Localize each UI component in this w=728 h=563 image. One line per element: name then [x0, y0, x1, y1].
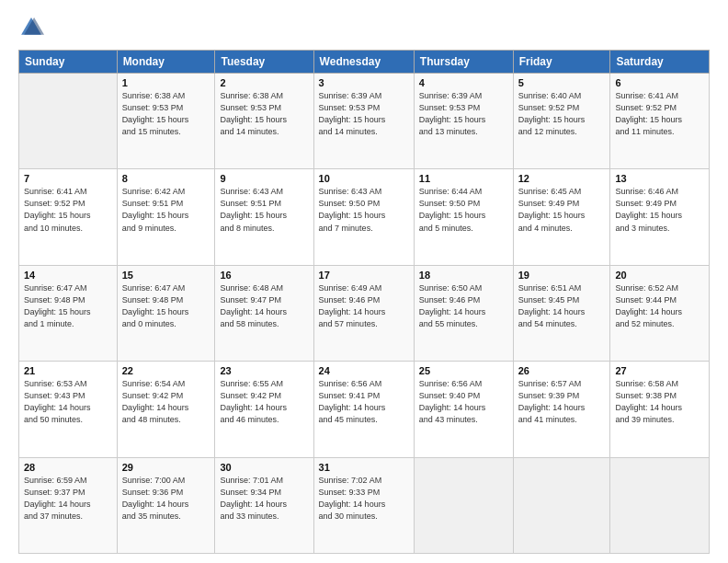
- day-detail: Sunrise: 6:55 AMSunset: 9:42 PMDaylight:…: [220, 378, 308, 426]
- day-cell: [19, 74, 118, 169]
- day-number: 16: [220, 270, 308, 281]
- day-detail: Sunrise: 6:43 AMSunset: 9:51 PMDaylight:…: [220, 186, 308, 234]
- day-number: 4: [419, 77, 508, 88]
- day-cell: [513, 457, 610, 553]
- day-cell: 7Sunrise: 6:41 AMSunset: 9:52 PMDaylight…: [19, 169, 118, 265]
- col-header-sunday: Sunday: [19, 51, 118, 74]
- day-cell: 17Sunrise: 6:49 AMSunset: 9:46 PMDayligh…: [313, 265, 414, 361]
- day-cell: 16Sunrise: 6:48 AMSunset: 9:47 PMDayligh…: [215, 265, 313, 361]
- day-cell: 3Sunrise: 6:39 AMSunset: 9:53 PMDaylight…: [313, 74, 414, 169]
- day-detail: Sunrise: 6:42 AMSunset: 9:51 PMDaylight:…: [122, 186, 210, 234]
- day-cell: 9Sunrise: 6:43 AMSunset: 9:51 PMDaylight…: [215, 169, 313, 265]
- day-detail: Sunrise: 6:53 AMSunset: 9:43 PMDaylight:…: [24, 378, 112, 426]
- day-number: 15: [122, 270, 210, 281]
- day-cell: 18Sunrise: 6:50 AMSunset: 9:46 PMDayligh…: [414, 265, 513, 361]
- day-cell: 13Sunrise: 6:46 AMSunset: 9:49 PMDayligh…: [610, 169, 710, 265]
- day-detail: Sunrise: 6:41 AMSunset: 9:52 PMDaylight:…: [615, 90, 704, 138]
- col-header-monday: Monday: [117, 51, 215, 74]
- logo: [18, 15, 48, 40]
- day-number: 6: [615, 77, 704, 88]
- day-detail: Sunrise: 6:54 AMSunset: 9:42 PMDaylight:…: [122, 378, 210, 426]
- day-cell: 24Sunrise: 6:56 AMSunset: 9:41 PMDayligh…: [313, 362, 414, 457]
- day-cell: [610, 457, 710, 553]
- day-number: 18: [419, 270, 508, 281]
- day-number: 2: [220, 77, 308, 88]
- day-detail: Sunrise: 6:47 AMSunset: 9:48 PMDaylight:…: [24, 282, 112, 330]
- header: [18, 15, 710, 40]
- logo-icon: [18, 15, 44, 40]
- day-number: 12: [518, 173, 606, 184]
- week-row-0: 1Sunrise: 6:38 AMSunset: 9:53 PMDaylight…: [19, 74, 710, 169]
- col-header-tuesday: Tuesday: [215, 51, 313, 74]
- week-row-1: 7Sunrise: 6:41 AMSunset: 9:52 PMDaylight…: [19, 169, 710, 265]
- page: SundayMondayTuesdayWednesdayThursdayFrid…: [0, 0, 728, 563]
- day-detail: Sunrise: 6:59 AMSunset: 9:37 PMDaylight:…: [24, 475, 112, 523]
- day-detail: Sunrise: 6:51 AMSunset: 9:45 PMDaylight:…: [518, 282, 606, 330]
- day-number: 20: [615, 270, 704, 281]
- day-number: 22: [122, 365, 210, 376]
- day-cell: 29Sunrise: 7:00 AMSunset: 9:36 PMDayligh…: [117, 457, 215, 553]
- week-row-3: 21Sunrise: 6:53 AMSunset: 9:43 PMDayligh…: [19, 362, 710, 457]
- day-number: 13: [615, 173, 704, 184]
- day-cell: 21Sunrise: 6:53 AMSunset: 9:43 PMDayligh…: [19, 362, 118, 457]
- day-cell: 1Sunrise: 6:38 AMSunset: 9:53 PMDaylight…: [117, 74, 215, 169]
- day-detail: Sunrise: 6:49 AMSunset: 9:46 PMDaylight:…: [319, 282, 409, 330]
- day-cell: 14Sunrise: 6:47 AMSunset: 9:48 PMDayligh…: [19, 265, 118, 361]
- day-cell: 4Sunrise: 6:39 AMSunset: 9:53 PMDaylight…: [414, 74, 513, 169]
- day-cell: 23Sunrise: 6:55 AMSunset: 9:42 PMDayligh…: [215, 362, 313, 457]
- day-detail: Sunrise: 6:39 AMSunset: 9:53 PMDaylight:…: [419, 90, 508, 138]
- day-number: 31: [319, 462, 409, 473]
- day-detail: Sunrise: 6:52 AMSunset: 9:44 PMDaylight:…: [615, 282, 704, 330]
- week-row-4: 28Sunrise: 6:59 AMSunset: 9:37 PMDayligh…: [19, 457, 710, 553]
- day-number: 21: [24, 365, 112, 376]
- day-cell: 10Sunrise: 6:43 AMSunset: 9:50 PMDayligh…: [313, 169, 414, 265]
- day-number: 28: [24, 462, 112, 473]
- day-number: 1: [122, 77, 210, 88]
- day-detail: Sunrise: 6:38 AMSunset: 9:53 PMDaylight:…: [220, 90, 308, 138]
- day-detail: Sunrise: 6:58 AMSunset: 9:38 PMDaylight:…: [615, 378, 704, 426]
- day-cell: 25Sunrise: 6:56 AMSunset: 9:40 PMDayligh…: [414, 362, 513, 457]
- day-detail: Sunrise: 7:02 AMSunset: 9:33 PMDaylight:…: [319, 475, 409, 523]
- day-cell: 20Sunrise: 6:52 AMSunset: 9:44 PMDayligh…: [610, 265, 710, 361]
- day-cell: 8Sunrise: 6:42 AMSunset: 9:51 PMDaylight…: [117, 169, 215, 265]
- day-detail: Sunrise: 6:56 AMSunset: 9:41 PMDaylight:…: [319, 378, 409, 426]
- day-cell: 31Sunrise: 7:02 AMSunset: 9:33 PMDayligh…: [313, 457, 414, 553]
- day-number: 27: [615, 365, 704, 376]
- day-cell: 27Sunrise: 6:58 AMSunset: 9:38 PMDayligh…: [610, 362, 710, 457]
- day-cell: 5Sunrise: 6:40 AMSunset: 9:52 PMDaylight…: [513, 74, 610, 169]
- day-number: 5: [518, 77, 606, 88]
- header-row: SundayMondayTuesdayWednesdayThursdayFrid…: [19, 51, 710, 74]
- day-number: 14: [24, 270, 112, 281]
- day-detail: Sunrise: 6:48 AMSunset: 9:47 PMDaylight:…: [220, 282, 308, 330]
- day-detail: Sunrise: 7:00 AMSunset: 9:36 PMDaylight:…: [122, 475, 210, 523]
- calendar-table: SundayMondayTuesdayWednesdayThursdayFrid…: [18, 50, 710, 554]
- day-number: 25: [419, 365, 508, 376]
- col-header-thursday: Thursday: [414, 51, 513, 74]
- day-cell: 11Sunrise: 6:44 AMSunset: 9:50 PMDayligh…: [414, 169, 513, 265]
- day-detail: Sunrise: 6:39 AMSunset: 9:53 PMDaylight:…: [319, 90, 409, 138]
- day-number: 7: [24, 173, 112, 184]
- day-detail: Sunrise: 6:47 AMSunset: 9:48 PMDaylight:…: [122, 282, 210, 330]
- col-header-wednesday: Wednesday: [313, 51, 414, 74]
- week-row-2: 14Sunrise: 6:47 AMSunset: 9:48 PMDayligh…: [19, 265, 710, 361]
- col-header-friday: Friday: [513, 51, 610, 74]
- day-number: 11: [419, 173, 508, 184]
- day-cell: [414, 457, 513, 553]
- day-cell: 15Sunrise: 6:47 AMSunset: 9:48 PMDayligh…: [117, 265, 215, 361]
- day-number: 3: [319, 77, 409, 88]
- day-detail: Sunrise: 6:40 AMSunset: 9:52 PMDaylight:…: [518, 90, 606, 138]
- day-number: 23: [220, 365, 308, 376]
- day-cell: 22Sunrise: 6:54 AMSunset: 9:42 PMDayligh…: [117, 362, 215, 457]
- day-number: 26: [518, 365, 606, 376]
- day-cell: 19Sunrise: 6:51 AMSunset: 9:45 PMDayligh…: [513, 265, 610, 361]
- day-number: 10: [319, 173, 409, 184]
- day-cell: 2Sunrise: 6:38 AMSunset: 9:53 PMDaylight…: [215, 74, 313, 169]
- day-number: 8: [122, 173, 210, 184]
- day-detail: Sunrise: 6:46 AMSunset: 9:49 PMDaylight:…: [615, 186, 704, 234]
- day-detail: Sunrise: 6:57 AMSunset: 9:39 PMDaylight:…: [518, 378, 606, 426]
- day-cell: 26Sunrise: 6:57 AMSunset: 9:39 PMDayligh…: [513, 362, 610, 457]
- day-detail: Sunrise: 6:50 AMSunset: 9:46 PMDaylight:…: [419, 282, 508, 330]
- day-number: 17: [319, 270, 409, 281]
- day-detail: Sunrise: 6:43 AMSunset: 9:50 PMDaylight:…: [319, 186, 409, 234]
- day-number: 29: [122, 462, 210, 473]
